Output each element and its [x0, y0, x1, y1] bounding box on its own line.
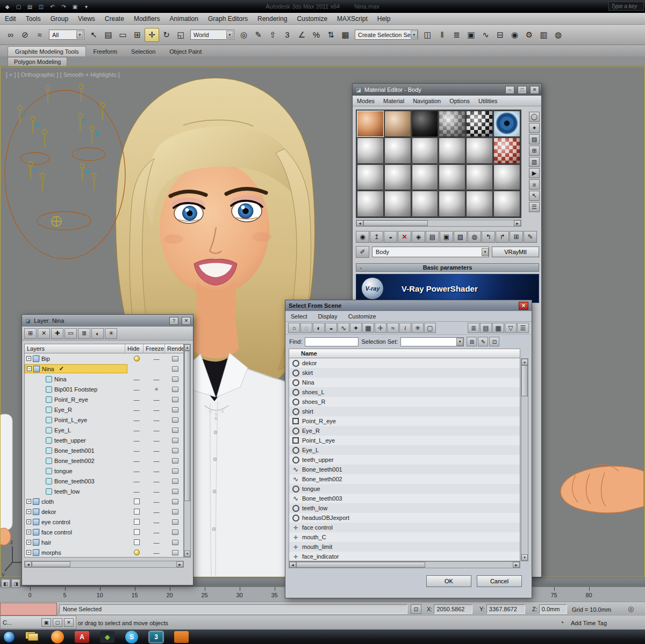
- ribbon-tab[interactable]: Graphite Modeling Tools: [8, 46, 86, 56]
- minimized-window-body[interactable]: [0, 603, 57, 616]
- scene-object-row[interactable]: Eye_L: [289, 445, 520, 455]
- layer-name-cell[interactable]: Eye_R: [25, 405, 127, 414]
- column-layers[interactable]: Layers: [25, 344, 125, 353]
- freeze-toggle-cell[interactable]: [146, 447, 167, 454]
- layer-name-cell[interactable]: cloth: [25, 497, 127, 506]
- material-slot[interactable]: [493, 111, 520, 137]
- reference-coordinate-dropdown[interactable]: World: [190, 30, 234, 40]
- layer-row[interactable]: Bone_teeth001: [25, 445, 183, 455]
- display-hidden-icon[interactable]: ▢: [424, 323, 436, 333]
- expander-icon[interactable]: [27, 366, 32, 371]
- go-to-parent-icon[interactable]: ↰: [482, 231, 495, 243]
- edit-set-icon[interactable]: ✎: [478, 337, 488, 346]
- material-slot[interactable]: [439, 138, 465, 164]
- menu-item[interactable]: Navigation: [408, 98, 445, 104]
- layer-row[interactable]: Bone_teeth002: [25, 455, 183, 466]
- layer-name-cell[interactable]: Bone_teeth003: [25, 476, 127, 486]
- scene-object-row[interactable]: Point_L_eye: [289, 436, 520, 445]
- hide-toggle-cell[interactable]: [127, 386, 146, 393]
- expander-icon[interactable]: [26, 550, 31, 555]
- ribbon-tab[interactable]: Object Paint: [162, 47, 209, 56]
- material-slot[interactable]: [439, 111, 465, 137]
- select-rotate-icon[interactable]: ↻: [159, 28, 174, 42]
- layer-row[interactable]: Eye_R: [25, 404, 183, 415]
- menu-item[interactable]: Modes: [353, 98, 379, 104]
- render-setup-icon[interactable]: ⚙: [522, 28, 536, 42]
- hide-toggle-cell[interactable]: [127, 519, 146, 525]
- freeze-toggle-cell[interactable]: [146, 427, 167, 433]
- app-menu-icon[interactable]: ◆: [2, 2, 12, 11]
- bind-to-spacewarp-icon[interactable]: ≈: [32, 28, 47, 42]
- layer-row[interactable]: cloth: [25, 496, 183, 506]
- material-id-channel-icon[interactable]: ▣: [440, 231, 453, 243]
- material-slot[interactable]: [357, 138, 384, 164]
- add-to-layer-icon[interactable]: ✚: [51, 328, 63, 339]
- mini-close-icon[interactable]: ✕: [64, 618, 74, 627]
- find-input[interactable]: [305, 337, 359, 346]
- material-slot[interactable]: [493, 164, 520, 191]
- taskbar-3dsmax[interactable]: 3: [149, 631, 163, 643]
- render-toggle-cell[interactable]: [167, 387, 183, 392]
- select-layer-objects-icon[interactable]: ▭: [64, 328, 77, 339]
- render-toggle-cell[interactable]: [167, 550, 183, 555]
- freeze-toggle-cell[interactable]: [146, 396, 167, 403]
- layer-row[interactable]: teeth_low: [25, 486, 183, 496]
- named-selection-sets-icon[interactable]: ▦: [338, 28, 353, 42]
- render-toggle-cell[interactable]: [167, 509, 183, 515]
- material-slot[interactable]: [439, 191, 465, 217]
- new-scene-icon[interactable]: ▢: [13, 2, 24, 11]
- render-toggle-cell[interactable]: [167, 366, 183, 372]
- scene-object-row[interactable]: face_indicator: [289, 552, 520, 561]
- menu-item[interactable]: Options: [445, 98, 474, 104]
- backlight-icon[interactable]: ✦: [529, 123, 540, 133]
- render-toggle-cell[interactable]: [167, 530, 183, 535]
- list-horizontal-scrollbar[interactable]: [289, 561, 520, 568]
- mirror-icon[interactable]: ◫: [420, 28, 435, 42]
- layer-name-cell[interactable]: eye control: [25, 517, 127, 526]
- hide-toggle-cell[interactable]: [127, 376, 146, 382]
- show-map-in-viewport-icon[interactable]: ▨: [454, 231, 467, 243]
- select-and-link-icon[interactable]: ∞: [3, 28, 18, 42]
- material-name-dropdown[interactable]: Body: [372, 247, 489, 257]
- render-toggle-cell[interactable]: [167, 438, 183, 443]
- render-toggle-cell[interactable]: [167, 458, 183, 464]
- add-time-tag[interactable]: Add Time Tag: [571, 620, 607, 626]
- freeze-toggle-cell[interactable]: [146, 458, 167, 464]
- video-color-check-icon[interactable]: ▥: [529, 157, 540, 167]
- layer-name-cell[interactable]: Nina ✓: [25, 364, 127, 373]
- curve-editor-icon[interactable]: ∿: [478, 28, 493, 42]
- freeze-toggle-cell[interactable]: [146, 387, 167, 392]
- create-set-icon[interactable]: ⊞: [467, 337, 477, 346]
- menu-item[interactable]: Tools: [21, 13, 46, 24]
- display-shapes-icon[interactable]: ∿: [338, 323, 349, 333]
- hide-toggle-cell[interactable]: [127, 498, 146, 504]
- layer-name-cell[interactable]: teeth_low: [25, 487, 127, 496]
- scene-object-row[interactable]: shoes_L: [289, 387, 520, 397]
- menu-item[interactable]: Utilities: [474, 98, 501, 104]
- qat-options-icon[interactable]: ▾: [81, 2, 91, 11]
- render-toggle-cell[interactable]: [167, 448, 183, 453]
- sample-type-icon[interactable]: ◯: [529, 112, 540, 122]
- menu-item[interactable]: Customize: [292, 13, 332, 24]
- material-editor-titlebar[interactable]: ◪ Material Editor - Body – □ ✕: [353, 84, 541, 96]
- x-value-field[interactable]: 2050.5862: [434, 604, 472, 614]
- layer-row[interactable]: Bip001 Footstep: [25, 384, 183, 394]
- layer-name-cell[interactable]: morphs: [25, 548, 127, 557]
- layer-name-cell[interactable]: Bone_teeth002: [25, 456, 127, 465]
- render-toggle-cell[interactable]: [167, 428, 183, 433]
- taskbar-explorer[interactable]: [26, 631, 40, 643]
- layer-manager-icon[interactable]: ≣: [449, 28, 464, 42]
- render-toggle-cell[interactable]: [167, 468, 183, 474]
- scene-object-row[interactable]: Eye_R: [289, 426, 520, 436]
- expander-icon[interactable]: [26, 530, 31, 534]
- rendered-frame-icon[interactable]: ▥: [536, 28, 551, 42]
- freeze-toggle-cell[interactable]: [146, 437, 167, 444]
- select-object-icon[interactable]: ↖: [87, 28, 101, 42]
- freeze-toggle-cell[interactable]: [146, 417, 167, 423]
- list-view-icon[interactable]: ≣: [468, 323, 479, 333]
- make-unique-icon[interactable]: ◈: [412, 231, 425, 243]
- save-file-icon[interactable]: ◫: [36, 2, 46, 11]
- material-map-navigator-icon[interactable]: ☰: [529, 202, 540, 212]
- dialog-titlebar[interactable]: Select From Scene ✕: [285, 300, 532, 311]
- selection-filter-dropdown[interactable]: All: [49, 30, 84, 40]
